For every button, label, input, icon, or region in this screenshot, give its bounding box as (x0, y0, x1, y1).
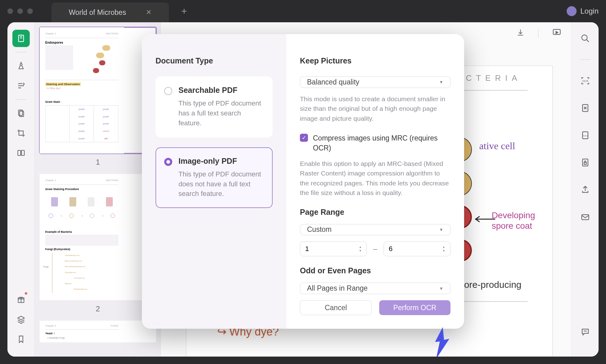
close-window-button[interactable] (7, 8, 13, 14)
window-controls (7, 8, 33, 14)
svg-point-6 (582, 35, 587, 41)
comments-icon[interactable] (577, 323, 594, 340)
chevron-down-icon: ▼ (439, 286, 443, 291)
document-type-title: Document Type (156, 56, 273, 65)
split-tool-icon[interactable] (12, 144, 30, 162)
compress-mrc-checkbox[interactable]: ✓ (300, 134, 308, 142)
odd-even-select[interactable]: All Pages in Range ▼ (300, 283, 450, 294)
page-thumbnail-3[interactable]: Chapter 2 FUNGI Yeast ✦ • Unicellular Fu… (40, 321, 156, 342)
compress-mrc-help: Enable this option to apply an MRC-based… (300, 159, 450, 198)
gift-icon[interactable] (12, 291, 30, 308)
ocr-dialog: Document Type Searchable PDF This type o… (142, 34, 464, 329)
page-range-title: Page Range (300, 208, 450, 217)
new-tab-button[interactable]: + (181, 6, 187, 17)
avatar-icon (567, 6, 577, 16)
crop-tool-icon[interactable] (12, 124, 30, 142)
option-searchable-pdf[interactable]: Searchable PDF This type of PDF document… (156, 76, 273, 137)
keep-pictures-title: Keep Pictures (300, 56, 450, 65)
minimize-window-button[interactable] (17, 8, 23, 14)
svg-rect-13 (582, 215, 589, 220)
annotation-developing: Developingspore coat (492, 210, 535, 231)
document-view-icon[interactable] (12, 30, 30, 47)
pages-tool-icon[interactable] (12, 105, 30, 122)
email-icon[interactable] (577, 208, 594, 226)
page-thumbnail-1[interactable]: Chapter 1 BACTERIA Endospores Staining a… (40, 27, 156, 154)
download-icon[interactable] (516, 28, 525, 38)
odd-even-title: Odd or Even Pages (300, 266, 450, 275)
login-button[interactable]: Login (567, 6, 599, 16)
present-icon[interactable] (552, 28, 561, 38)
layers-icon[interactable] (12, 311, 30, 328)
page-thumbnail-2[interactable]: Chapter 1 BACTERIA Gram Staining Procedu… (40, 174, 156, 300)
svg-rect-4 (21, 150, 24, 155)
annotation-vegetative: ative cell (479, 140, 515, 152)
bookmark-icon[interactable] (12, 331, 30, 348)
page-from-input[interactable]: 1 ▲▼ (300, 241, 367, 256)
title-bar: World of Microbes ✕ + Login (0, 0, 606, 22)
keep-pictures-help: This mode is used to create a document s… (300, 94, 450, 124)
thumbnail-label-1: 1 (40, 158, 156, 167)
radio-image-only[interactable] (164, 158, 172, 166)
chevron-down-icon: ▼ (439, 227, 443, 232)
stepper-to[interactable]: ▲▼ (442, 245, 445, 252)
tab-close-button[interactable]: ✕ (146, 8, 152, 16)
compress-mrc-label: Compress images using MRC (requires OCR) (313, 133, 450, 153)
radio-searchable[interactable] (164, 87, 172, 95)
svg-rect-12 (584, 162, 586, 164)
perform-ocr-button[interactable]: Perform OCR (379, 300, 450, 315)
left-toolbar (7, 22, 35, 357)
page-to-input[interactable]: 6 ▲▼ (384, 241, 450, 256)
svg-text:OCR: OCR (582, 80, 588, 83)
share-icon[interactable] (577, 181, 594, 198)
compress-icon[interactable] (577, 99, 594, 117)
keep-pictures-select[interactable]: Balanced quality ▼ (300, 76, 450, 88)
option-image-only-pdf[interactable]: Image-only PDF This type of PDF document… (156, 147, 273, 208)
ocr-icon[interactable]: OCR (577, 72, 594, 89)
chevron-down-icon: ▼ (439, 80, 443, 84)
highlight-tool-icon[interactable] (12, 57, 30, 75)
stepper-from[interactable]: ▲▼ (359, 245, 362, 252)
page-range-select[interactable]: Custom ▼ (300, 224, 450, 236)
search-icon[interactable] (577, 30, 594, 47)
tab-title: World of Microbes (69, 8, 126, 17)
edit-text-tool-icon[interactable] (12, 77, 30, 94)
svg-rect-3 (18, 150, 20, 155)
pdfa-icon[interactable]: PDF/A (577, 127, 594, 144)
thumbnail-label-2: 2 (40, 305, 156, 313)
right-toolbar: OCR PDF/A (571, 22, 599, 357)
svg-text:PDF/A: PDF/A (582, 135, 588, 137)
cancel-button[interactable]: Cancel (300, 300, 372, 315)
protect-icon[interactable] (577, 154, 594, 171)
maximize-window-button[interactable] (27, 8, 33, 14)
tab-document[interactable]: World of Microbes ✕ (51, 2, 169, 22)
